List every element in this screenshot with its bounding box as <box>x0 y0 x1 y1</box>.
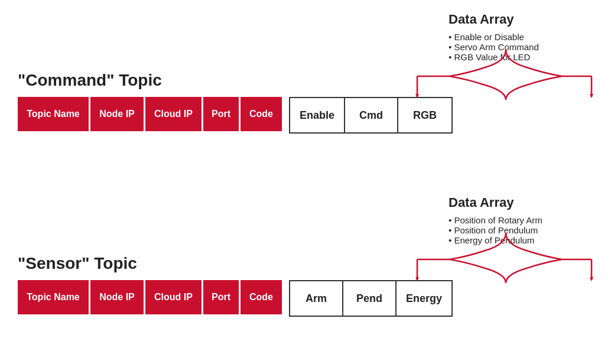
sensor-data-item-3: • Energy of Pendulum <box>449 235 614 245</box>
sensor-cell-arm: Arm <box>290 281 343 316</box>
command-cell-port: Port <box>203 97 239 131</box>
command-data-item-2: • Servo Arm Command <box>449 42 614 52</box>
sensor-cell-node-ip: Node IP <box>90 280 144 314</box>
command-cell-cloud-ip: Cloud IP <box>145 97 202 131</box>
sensor-data-array-title: Data Array <box>449 195 614 210</box>
command-cell-cmd: Cmd <box>345 98 398 132</box>
sensor-section: Data Array • Position of Rotary Arm • Po… <box>0 195 614 317</box>
sensor-cell-port: Port <box>203 280 239 314</box>
sensor-topic-title: "Sensor" Topic <box>18 254 596 273</box>
sensor-cell-energy: Energy <box>397 281 451 316</box>
command-cell-node-ip: Node IP <box>90 97 144 131</box>
command-data-array-list: • Enable or Disable • Servo Arm Command … <box>449 32 614 62</box>
command-cell-topic-name: Topic Name <box>18 97 89 131</box>
command-data-array: Data Array • Enable or Disable • Servo A… <box>449 12 614 62</box>
sensor-cell-topic-name: Topic Name <box>18 280 89 314</box>
command-data-item-3: • RGB Value for LED <box>449 52 614 62</box>
command-cell-code: Code <box>241 97 282 131</box>
sensor-white-cells: Arm Pend Energy <box>289 280 453 317</box>
command-cell-rgb: RGB <box>398 98 451 132</box>
command-data-item-1: • Enable or Disable <box>449 32 614 42</box>
sensor-data-array-list: • Position of Rotary Arm • Position of P… <box>449 215 614 245</box>
command-section: Data Array • Enable or Disable • Servo A… <box>0 12 614 134</box>
sensor-data-item-1: • Position of Rotary Arm <box>449 215 614 225</box>
svg-marker-5 <box>590 94 593 98</box>
sensor-data-array: Data Array • Position of Rotary Arm • Po… <box>449 195 614 245</box>
command-cell-enable: Enable <box>290 98 345 132</box>
sensor-cell-pend: Pend <box>343 281 397 316</box>
sensor-table-row: Topic Name Node IP Cloud IP Port Code Ar… <box>18 280 596 317</box>
command-data-array-title: Data Array <box>449 12 614 27</box>
main-container: Data Array • Enable or Disable • Servo A… <box>0 0 614 364</box>
command-white-cells: Enable Cmd RGB <box>289 97 453 134</box>
command-table-row: Topic Name Node IP Cloud IP Port Code En… <box>18 97 596 134</box>
svg-marker-11 <box>590 277 593 281</box>
command-topic-title: "Command" Topic <box>18 71 596 90</box>
sensor-cell-code: Code <box>241 280 282 314</box>
sensor-cell-cloud-ip: Cloud IP <box>145 280 202 314</box>
sensor-data-item-2: • Position of Pendulum <box>449 225 614 235</box>
